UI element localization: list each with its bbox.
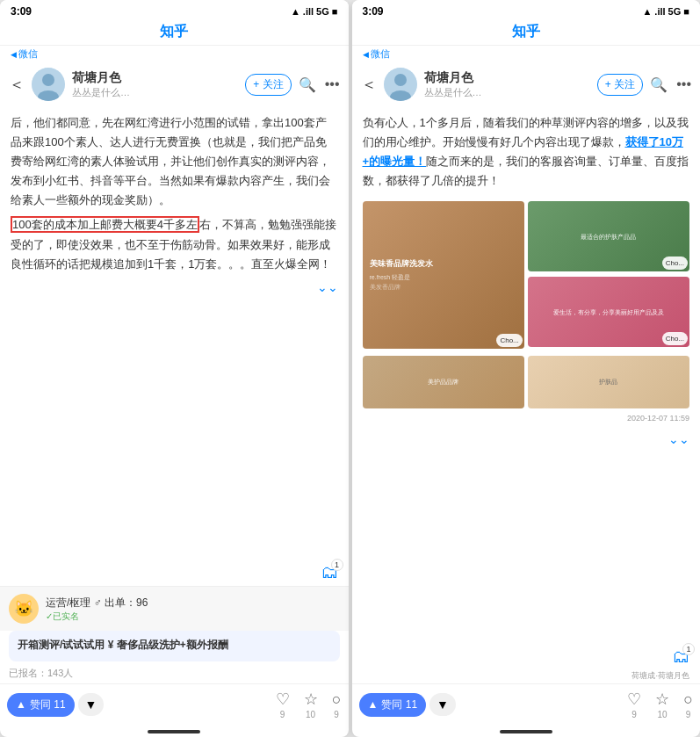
bottom-bar-left: ▲ 赞同 11 ▼ ♡ 9 ☆ 10 ○ 9 (0, 683, 349, 725)
bookmark-area-left: 🗂 1 (0, 560, 349, 586)
bottom-bar-right: ▲ 赞同 11 ▼ ♡ 9 ☆ 10 ○ 9 (352, 683, 701, 725)
article-body-left: 后，他们都同意，先在网红湾进行小范围的试错，拿出100套产品来跟100个素人、达… (0, 106, 349, 560)
comment-action-left[interactable]: ○ 9 (332, 690, 342, 719)
banner-title-left: 开箱测评/试试试用 ¥ 奢侈品级洗护+额外报酬 (18, 638, 331, 653)
weixin-back-left[interactable]: 微信 (0, 46, 349, 62)
bookmark-count-left: 1 (331, 559, 343, 571)
scroll-down-right: ⌄⌄ (363, 426, 690, 454)
header-icons-right: 🔍 ••• (650, 76, 691, 93)
article-header-left: ＜ 荷塘月色 丛丛是什么… + 关注 🔍 ••• (0, 62, 349, 106)
header-icons-left: 🔍 ••• (299, 76, 340, 93)
star-action-left[interactable]: ☆ 10 (304, 690, 318, 719)
image-5-right: 护肤品 (528, 356, 689, 408)
scroll-down-left: ⌄⌄ (11, 274, 338, 302)
author-info-right: 荷塘月色 丛丛是什么… (424, 70, 590, 99)
like-count-left: 9 (280, 710, 285, 719)
action-icons-left: ♡ 9 ☆ 10 ○ 9 (276, 690, 342, 719)
status-bar-left: 3:09 ▲ .ill 5G ■ (0, 0, 349, 21)
image-3-right: 爱生活，有分享，分享美丽好用产品及及 Cho... (528, 277, 689, 347)
home-indicator-left (0, 725, 349, 737)
vote-down-button-right[interactable]: ▼ (429, 693, 456, 716)
star-count-right: 10 (658, 710, 668, 719)
signal-left: ▲ .ill 5G ■ (291, 6, 338, 17)
more-icon-right[interactable]: ••• (676, 76, 691, 92)
heart-icon-right: ♡ (627, 690, 641, 709)
like-action-right[interactable]: ♡ 9 (627, 690, 641, 719)
bookmark-badge-left[interactable]: 🗂 1 (321, 562, 338, 582)
follow-button-right[interactable]: + 关注 (597, 74, 643, 96)
vote-group-right: ▲ 赞同 11 ▼ (359, 693, 456, 717)
time-left: 3:09 (11, 5, 32, 18)
home-bar-right (500, 730, 552, 733)
like-action-left[interactable]: ♡ 9 (276, 690, 290, 719)
img1-bubble: Cho... (496, 334, 522, 348)
author-sub-right: 丛丛是什么… (424, 86, 590, 99)
img2-text: 最适合的护肤产品品 (577, 229, 639, 244)
profile-card-left: 🐱 运营/枢理 ♂ 出单：96 ✓已实名 (0, 586, 349, 631)
right-panel: 3:09 ▲ .ill 5G ■ 知乎 微信 ＜ 荷塘月色 丛丛是什么… (352, 0, 701, 737)
vote-up-button-left[interactable]: ▲ 赞同 11 (7, 693, 75, 717)
vote-up-label-left: 赞同 11 (30, 697, 66, 712)
profile-name-left: 运营/枢理 ♂ 出单：96 (46, 596, 340, 611)
star-action-right[interactable]: ☆ 10 (655, 690, 669, 719)
author-name-left: 荷塘月色 (72, 70, 238, 86)
article-body-right: 负有心人，1个多月后，随着我们的种草测评内容的增多，以及我们的用心维护。开始慢慢… (352, 106, 701, 645)
search-icon-left[interactable]: 🔍 (299, 76, 316, 93)
profile-avatar-left: 🐱 (9, 594, 39, 624)
registered-left: 已报名：143人 (0, 667, 349, 683)
home-indicator-right (352, 725, 701, 737)
vote-up-arrow-left: ▲ (16, 698, 26, 711)
more-icon-left[interactable]: ••• (325, 76, 340, 92)
like-count-right: 9 (631, 710, 637, 719)
star-icon-right: ☆ (655, 690, 669, 709)
article-header-right: ＜ 荷塘月色 丛丛是什么… + 关注 🔍 ••• (352, 62, 701, 106)
watermark-right: 荷塘成·荷塘月色 (352, 670, 701, 683)
vote-down-button-left[interactable]: ▼ (78, 693, 105, 716)
img3-text: 爱生活，有分享，分享美丽好用产品及及 (550, 305, 668, 320)
comment-icon-left: ○ (332, 690, 342, 709)
vote-up-button-right[interactable]: ▲ 赞同 11 (359, 693, 427, 717)
comment-icon-right: ○ (683, 690, 693, 709)
extra-images-right: 美护品品牌 护肤品 (363, 356, 690, 408)
comment-count-left: 9 (334, 710, 339, 719)
app-header-right: 知乎 (352, 21, 701, 46)
image-grid-right: 美味香品牌洗发水 re.fresh 轻盈是 美发香品牌 Cho... 最适合的护… (363, 198, 690, 352)
time-right: 3:09 (363, 5, 384, 18)
article-text-right: 负有心人，1个多月后，随着我们的种草测评内容的增多，以及我们的用心维护。开始慢慢… (363, 113, 690, 191)
svg-point-1 (42, 74, 54, 86)
bookmark-count-right: 1 (682, 643, 695, 655)
bookmark-badge-right[interactable]: 🗂 1 (672, 647, 689, 667)
article-text-p2: 100套的成本加上邮费大概要4千多左右，不算高，勉勉强强能接受的了，即使没效果，… (11, 215, 338, 273)
vote-row-left: ▲ 赞同 11 ▼ ♡ 9 ☆ 10 ○ 9 (7, 690, 342, 719)
left-panel: 3:09 ▲ .ill 5G ■ 知乎 微信 ＜ 荷塘月色 丛丛是什么… (0, 0, 349, 737)
avatar-left (32, 68, 65, 101)
main-container: 3:09 ▲ .ill 5G ■ 知乎 微信 ＜ 荷塘月色 丛丛是什么… (0, 0, 700, 737)
img1-sub: re.fresh 轻盈是 (370, 273, 517, 281)
image-4-right: 美护品品牌 (363, 356, 524, 408)
home-bar-left (148, 730, 200, 733)
comment-action-right[interactable]: ○ 9 (683, 690, 693, 719)
follow-button-left[interactable]: + 关注 (245, 74, 291, 96)
back-button-right[interactable]: ＜ (361, 74, 377, 95)
comment-count-right: 9 (686, 710, 691, 719)
author-sub-left: 丛丛是什么… (72, 86, 238, 99)
app-title-right: 知乎 (512, 23, 540, 41)
status-bar-right: 3:09 ▲ .ill 5G ■ (352, 0, 701, 21)
img3-bubble: Cho... (662, 332, 688, 346)
article-text-p1: 后，他们都同意，先在网红湾进行小范围的试错，拿出100套产品来跟100个素人、达… (11, 113, 338, 210)
highlight-span: 100套的成本加上邮费大概要4千多左 (11, 216, 199, 233)
back-button-left[interactable]: ＜ (9, 74, 25, 95)
avatar-right (384, 68, 417, 101)
weixin-back-right[interactable]: 微信 (352, 46, 701, 62)
search-icon-right[interactable]: 🔍 (650, 76, 668, 93)
action-icons-right: ♡ 9 ☆ 10 ○ 9 (627, 690, 693, 719)
image-1-right: 美味香品牌洗发水 re.fresh 轻盈是 美发香品牌 Cho... (363, 201, 524, 349)
heart-icon-left: ♡ (276, 690, 290, 709)
author-info-left: 荷塘月色 丛丛是什么… (72, 70, 238, 99)
svg-point-4 (394, 74, 407, 86)
app-header-left: 知乎 (0, 21, 349, 46)
banner-card-left: 开箱测评/试试试用 ¥ 奢侈品级洗护+额外报酬 (9, 631, 340, 661)
app-title-left: 知乎 (160, 23, 188, 41)
image-2-right: 最适合的护肤产品品 Cho... (528, 201, 689, 271)
profile-emoji-left: 🐱 (14, 599, 33, 618)
